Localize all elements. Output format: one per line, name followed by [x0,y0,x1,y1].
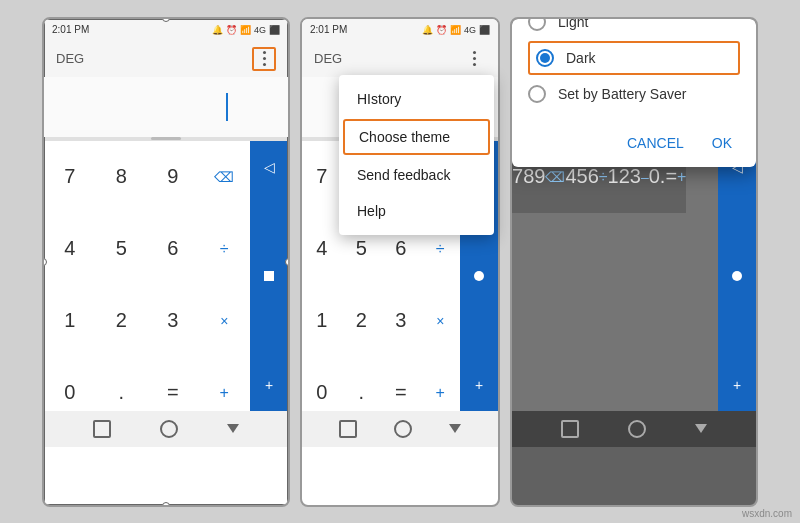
nav-triangle-left[interactable] [227,424,239,433]
key-grid-left: 7 8 9 ⌫ 4 5 6 ÷ 1 2 3 × 0 . = + [44,141,250,411]
radio-dark-inner [540,53,550,63]
nav-bar-right [512,411,756,447]
menu-btn-mid[interactable] [462,47,486,71]
time-left: 2:01 PM [52,24,89,35]
side-plus-right[interactable]: + [733,367,741,403]
theme-dialog: Choose theme Light Dark Set by Battery [512,17,756,167]
nav-sq-mid[interactable] [339,420,357,438]
handle-right[interactable] [285,258,290,266]
status-icons-mid: 🔔 ⏰ 📶 4G ⬛ [422,25,490,35]
status-icons-left: 🔔 ⏰ 📶 4G ⬛ [212,25,280,35]
key-multiply[interactable]: × [199,285,251,357]
side-panel-left: ◁ + [250,141,288,411]
key-2[interactable]: 2 [96,285,148,357]
ok-button[interactable]: OK [704,131,740,155]
key-divide[interactable]: ÷ [199,213,251,285]
side-plus-mid[interactable]: + [475,367,483,403]
cancel-button[interactable]: Cancel [619,131,692,155]
key-equals[interactable]: = [147,357,199,429]
key-grid-right: 7 8 9 ⌫ 4 5 6 ÷ 1 2 3 – 0 . = + [512,141,718,411]
key-8[interactable]: 8 [96,141,148,213]
menu-item-help[interactable]: Help [339,193,494,229]
radio-light[interactable]: Light [528,17,740,39]
nav-tri-right[interactable] [695,424,707,433]
calc-topbar-mid: DEG [302,41,498,77]
key-3-mid[interactable]: 3 [381,285,421,357]
key-7-mid[interactable]: 7 [302,141,342,213]
deg-label-left: DEG [56,51,84,66]
menu-item-send-feedback[interactable]: Send feedback [339,157,494,193]
radio-battery-circle [528,85,546,103]
watermark: wsxdn.com [742,508,792,519]
nav-square-left[interactable] [93,420,111,438]
key-1-mid[interactable]: 1 [302,285,342,357]
nav-sq-right[interactable] [561,420,579,438]
left-phone: 2:01 PM 🔔 ⏰ 📶 4G ⬛ DEG [42,17,290,507]
side-dot-right[interactable] [732,271,742,281]
dropdown-menu: HIstory Choose theme Send feedback Help [339,75,494,235]
handle-bottom[interactable] [162,502,170,507]
middle-panel: 2:01 PM 🔔 ⏰ 📶 4G ⬛ DEG [300,17,500,507]
key-0[interactable]: 0 [44,357,96,429]
key-eq-mid[interactable]: = [381,357,421,429]
key-7[interactable]: 7 [44,141,96,213]
calc-display-left [44,77,288,137]
dialog-actions: Cancel OK [528,123,740,155]
deg-label-mid: DEG [314,51,342,66]
key-4[interactable]: 4 [44,213,96,285]
time-mid: 2:01 PM [310,24,347,35]
key-5[interactable]: 5 [96,213,148,285]
menu-button-left[interactable] [252,47,276,71]
radio-dark-label: Dark [566,50,596,66]
side-btn-middle-left[interactable] [264,271,274,281]
key-3[interactable]: 3 [147,285,199,357]
status-bar-left: 2:01 PM 🔔 ⏰ 📶 4G ⬛ [44,19,288,41]
nav-circle-left[interactable] [160,420,178,438]
key-4-mid[interactable]: 4 [302,213,342,285]
key-backspace[interactable]: ⌫ [199,141,251,213]
keypad-area-left: 7 8 9 ⌫ 4 5 6 ÷ 1 2 3 × 0 . = + [44,141,288,411]
key-mul-mid[interactable]: × [421,285,461,357]
key-dot[interactable]: . [96,357,148,429]
nav-tri-mid[interactable] [449,424,461,433]
three-dots-mid [473,51,476,66]
key-9[interactable]: 9 [147,141,199,213]
radio-dark[interactable]: Dark [528,41,740,75]
radio-battery[interactable]: Set by Battery Saver [528,77,740,111]
screenshot-container: 2:01 PM 🔔 ⏰ 📶 4G ⬛ DEG [0,0,800,523]
radio-dark-circle [536,49,554,67]
key-6[interactable]: 6 [147,213,199,285]
menu-item-history[interactable]: HIstory [339,81,494,117]
keypad-area-right: 7 8 9 ⌫ 4 5 6 ÷ 1 2 3 – 0 . = + ◁ + [512,141,756,411]
side-btn-bottom-left[interactable]: + [265,367,273,403]
calc-topbar-left: DEG [44,41,288,77]
key-plus[interactable]: + [199,357,251,429]
key-1[interactable]: 1 [44,285,96,357]
radio-light-circle [528,17,546,31]
menu-item-choose-theme[interactable]: Choose theme [343,119,490,155]
side-panel-right: ◁ + [718,141,756,411]
key-2-mid[interactable]: 2 [342,285,382,357]
nav-ci-right[interactable] [628,420,646,438]
key-dot-mid[interactable]: . [342,357,382,429]
side-circle-mid[interactable] [474,271,484,281]
right-phone: 2:01 PM 🔔 ⏰ 📶 4G ⬛ DEG [510,17,758,507]
status-bar-mid: 2:01 PM 🔔 ⏰ 📶 4G ⬛ [302,19,498,41]
key-0-mid[interactable]: 0 [302,357,342,429]
radio-battery-label: Set by Battery Saver [558,86,686,102]
nav-ci-mid[interactable] [394,420,412,438]
radio-light-label: Light [558,17,588,30]
cursor-left [226,93,228,121]
side-btn-top-left[interactable]: ◁ [264,149,275,185]
three-dots-icon [263,51,266,66]
key-plus-mid[interactable]: + [421,357,461,429]
